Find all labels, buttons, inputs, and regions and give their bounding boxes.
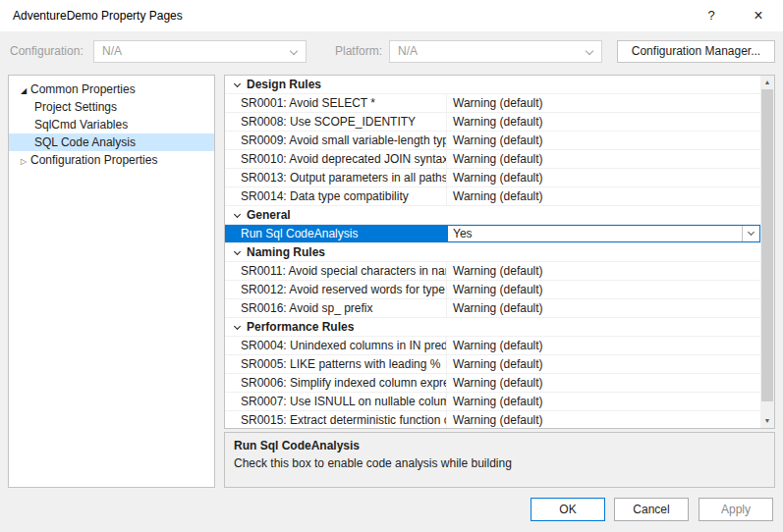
- chevron-glyph: [234, 211, 241, 218]
- property-name: SR0007: Use ISNULL on nullable column: [225, 393, 447, 410]
- category-label: Design Rules: [247, 76, 321, 93]
- scroll-up-icon[interactable]: ▲: [760, 76, 774, 89]
- property-row[interactable]: SR0010: Avoid deprecated JOIN syntaxWarn…: [225, 150, 760, 169]
- property-name: SR0014: Data type compatibility: [225, 187, 447, 205]
- property-value-text: Warning (default): [453, 339, 543, 352]
- tree-item-sqlcmd-variables[interactable]: SqlCmd Variables: [9, 116, 214, 133]
- chevron-down-icon[interactable]: [231, 245, 244, 259]
- property-value: Warning (default): [447, 169, 760, 186]
- property-value: Warning (default): [447, 94, 760, 112]
- property-row[interactable]: SR0014: Data type compatibilityWarning (…: [225, 187, 760, 206]
- property-value-text: Warning (default): [453, 376, 543, 390]
- tree-collapsed-icon[interactable]: ▷: [17, 153, 30, 171]
- platform-value: N/A: [398, 41, 418, 62]
- help-icon: ?: [707, 8, 714, 23]
- property-row[interactable]: SR0009: Avoid small variable-length typW…: [225, 132, 760, 150]
- cancel-button[interactable]: Cancel: [614, 498, 689, 521]
- property-value-text: Warning (default): [453, 171, 543, 185]
- chevron-down-icon[interactable]: [231, 320, 244, 334]
- property-value: Warning (default): [447, 299, 760, 317]
- property-value: Warning (default): [447, 262, 760, 280]
- category-label: Performance Rules: [247, 318, 354, 336]
- property-value-text: Warning (default): [453, 115, 543, 129]
- platform-select[interactable]: N/A: [389, 40, 602, 63]
- property-grid-rows: Design RulesSR0001: Avoid SELECT *Warnin…: [225, 76, 760, 428]
- property-value: Warning (default): [447, 150, 760, 168]
- property-row[interactable]: SR0006: Simplify indexed column expresWa…: [225, 374, 760, 393]
- category-row[interactable]: Design Rules: [225, 76, 760, 94]
- chevron-down-icon[interactable]: [231, 208, 244, 222]
- description-text: Check this box to enable code analysis w…: [234, 456, 765, 470]
- property-name: SR0011: Avoid special characters in nam: [225, 262, 447, 280]
- property-row[interactable]: SR0011: Avoid special characters in namW…: [225, 262, 760, 281]
- property-row[interactable]: SR0012: Avoid reserved words for type nW…: [225, 281, 760, 299]
- property-name: SR0013: Output parameters in all paths: [225, 169, 447, 186]
- property-value-text: Warning (default): [453, 264, 543, 278]
- tree-item-configuration-properties[interactable]: ▷Configuration Properties: [9, 151, 214, 169]
- property-name: SR0010: Avoid deprecated JOIN syntax: [225, 150, 447, 168]
- property-value-text: Warning (default): [453, 357, 543, 371]
- property-value: Warning (default): [447, 132, 760, 149]
- property-name: SR0005: LIKE patterns with leading %: [225, 355, 447, 373]
- chevron-glyph: [234, 323, 241, 330]
- scroll-down-icon[interactable]: ▼: [760, 414, 774, 428]
- configuration-value: N/A: [102, 41, 122, 62]
- ok-button[interactable]: OK: [531, 498, 605, 521]
- property-row[interactable]: SR0015: Extract deterministic function c…: [225, 411, 760, 428]
- property-row[interactable]: SR0008: Use SCOPE_IDENTITYWarning (defau…: [225, 113, 760, 132]
- property-value: Warning (default): [447, 281, 760, 298]
- window-title: AdventureDemo Property Pages: [13, 0, 183, 31]
- dropdown-button[interactable]: [742, 226, 759, 241]
- titlebar: AdventureDemo Property Pages ? ×: [0, 0, 783, 31]
- property-value-text: Warning (default): [453, 283, 543, 296]
- apply-button[interactable]: Apply: [699, 498, 773, 521]
- tree-item-sql-code-analysis[interactable]: SQL Code Analysis: [9, 133, 214, 151]
- property-row[interactable]: SR0001: Avoid SELECT *Warning (default): [225, 94, 760, 113]
- category-label: General: [247, 206, 291, 224]
- tree-item-label: Configuration Properties: [30, 153, 157, 167]
- property-name: SR0006: Simplify indexed column expres: [225, 374, 447, 392]
- configuration-label: Configuration:: [10, 40, 84, 63]
- category-row[interactable]: General: [225, 206, 760, 225]
- close-button[interactable]: ×: [736, 0, 781, 31]
- chevron-down-icon: [290, 47, 298, 55]
- category-row[interactable]: Performance Rules: [225, 318, 760, 337]
- property-value: Warning (default): [447, 355, 760, 373]
- property-row[interactable]: SR0016: Avoid sp_ prefixWarning (default…: [225, 299, 760, 318]
- property-value: Warning (default): [447, 113, 760, 131]
- property-value: Warning (default): [447, 374, 760, 392]
- description-panel: Run Sql CodeAnalysis Check this box to e…: [224, 432, 775, 488]
- property-grid: Design RulesSR0001: Avoid SELECT *Warnin…: [224, 75, 775, 429]
- chevron-down-icon[interactable]: [231, 78, 244, 91]
- category-label: Naming Rules: [247, 243, 325, 261]
- property-value-text: Warning (default): [453, 96, 543, 110]
- property-name: SR0012: Avoid reserved words for type n: [225, 281, 447, 298]
- property-row[interactable]: SR0005: LIKE patterns with leading %Warn…: [225, 355, 760, 374]
- configuration-manager-button[interactable]: Configuration Manager...: [617, 40, 775, 63]
- property-value[interactable]: Yes: [447, 225, 760, 242]
- property-name: SR0008: Use SCOPE_IDENTITY: [225, 113, 447, 131]
- properties-tree: ◢Common PropertiesProject SettingsSqlCmd…: [8, 75, 215, 488]
- property-value: Warning (default): [447, 411, 760, 428]
- property-row[interactable]: SR0004: Unindexed columns in IN predicWa…: [225, 337, 760, 355]
- chevron-glyph: [234, 80, 241, 87]
- property-value-text: Warning (default): [453, 133, 543, 147]
- property-value-text: Warning (default): [453, 152, 543, 166]
- tree-item-project-settings[interactable]: Project Settings: [9, 98, 214, 116]
- chevron-glyph: [234, 248, 241, 255]
- tree-expanded-icon[interactable]: ◢: [17, 82, 30, 100]
- property-row[interactable]: SR0013: Output parameters in all pathsWa…: [225, 169, 760, 187]
- category-row[interactable]: Naming Rules: [225, 243, 760, 262]
- scroll-thumb[interactable]: [761, 89, 773, 401]
- grid-scrollbar[interactable]: ▲ ▼: [760, 76, 774, 428]
- help-button[interactable]: ?: [689, 0, 734, 31]
- property-name: SR0015: Extract deterministic function c…: [225, 411, 447, 428]
- configuration-select[interactable]: N/A: [93, 40, 307, 63]
- tree-item-common-properties[interactable]: ◢Common Properties: [9, 80, 214, 98]
- property-value-text: Yes: [453, 227, 473, 240]
- property-row[interactable]: Run Sql CodeAnalysisYes: [225, 225, 760, 243]
- tree-item-label: Project Settings: [34, 100, 117, 114]
- property-row[interactable]: SR0007: Use ISNULL on nullable columnWar…: [225, 393, 760, 411]
- property-name: Run Sql CodeAnalysis: [225, 225, 447, 242]
- tree-item-label: SqlCmd Variables: [34, 118, 128, 132]
